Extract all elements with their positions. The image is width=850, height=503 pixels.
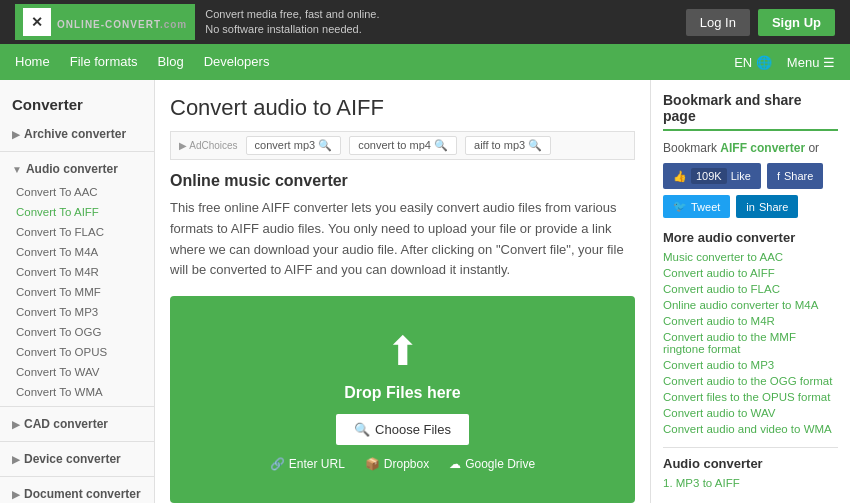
google-drive-link[interactable]: ☁ Google Drive bbox=[449, 457, 535, 471]
audio-conv-mp3-aiff[interactable]: 1. MP3 to AIFF bbox=[663, 477, 838, 489]
bookmark-link[interactable]: AIFF converter bbox=[720, 141, 805, 155]
tweet-button[interactable]: 🐦 Tweet bbox=[663, 195, 730, 218]
more-link-ogg[interactable]: Convert audio to the OGG format bbox=[663, 375, 838, 387]
right-sidebar: Bookmark and share page Bookmark AIFF co… bbox=[650, 80, 850, 503]
more-link-m4r[interactable]: Convert audio to M4R bbox=[663, 315, 838, 327]
sidebar-audio-mmf[interactable]: Convert To MMF bbox=[0, 282, 154, 302]
logo-box: ✕ ONLINE-CONVERT.com bbox=[15, 4, 195, 40]
arrow-icon: ▶ bbox=[12, 489, 20, 500]
section-title: Online music converter bbox=[170, 172, 635, 190]
arrow-icon: ▼ bbox=[12, 164, 22, 175]
nav-developers[interactable]: Developers bbox=[204, 44, 270, 80]
fb-icon: f bbox=[777, 170, 780, 182]
nav-home[interactable]: Home bbox=[15, 44, 50, 80]
sidebar-audio-aiff[interactable]: Convert To AIFF bbox=[0, 202, 154, 222]
login-button[interactable]: Log In bbox=[686, 9, 750, 36]
logo-text: ONLINE-CONVERT.com bbox=[57, 12, 187, 33]
bookmark-text: Bookmark AIFF converter or bbox=[663, 141, 838, 155]
divider bbox=[0, 476, 154, 477]
upload-links: 🔗 Enter URL 📦 Dropbox ☁ Google Drive bbox=[192, 457, 613, 471]
social-buttons-row1: 👍 109K Like f Share bbox=[663, 163, 838, 189]
nav-right: EN 🌐 Menu ☰ bbox=[734, 55, 835, 70]
drive-icon: ☁ bbox=[449, 457, 461, 471]
sidebar-audio-ogg[interactable]: Convert To OGG bbox=[0, 322, 154, 342]
divider bbox=[0, 406, 154, 407]
ad-chip-mp4[interactable]: convert to mp4 🔍 bbox=[349, 136, 457, 155]
linkedin-icon: in bbox=[746, 201, 755, 213]
sidebar-audio-wma[interactable]: Convert To WMA bbox=[0, 382, 154, 402]
sidebar-item-audio[interactable]: ▼ Audio converter bbox=[0, 156, 154, 182]
thumb-icon: 👍 bbox=[673, 170, 687, 183]
twitter-icon: 🐦 bbox=[673, 200, 687, 213]
main-content: Convert audio to AIFF ▶ AdChoices conver… bbox=[155, 80, 650, 503]
more-link-m4a[interactable]: Online audio converter to M4A bbox=[663, 299, 838, 311]
like-button[interactable]: 👍 109K Like bbox=[663, 163, 761, 189]
more-link-aiff[interactable]: Convert audio to AIFF bbox=[663, 267, 838, 279]
upload-icon: ⬆ bbox=[192, 328, 613, 374]
logo-tagline: Convert media free, fast and online. No … bbox=[205, 7, 379, 38]
page-layout: Converter ▶ Archive converter ▼ Audio co… bbox=[0, 80, 850, 503]
more-link-wma[interactable]: Convert audio and video to WMA bbox=[663, 423, 838, 435]
nav-blog[interactable]: Blog bbox=[158, 44, 184, 80]
search-icon: 🔍 bbox=[354, 422, 370, 437]
sidebar-audio-opus[interactable]: Convert To OPUS bbox=[0, 342, 154, 362]
ad-tag: ▶ AdChoices bbox=[179, 140, 238, 151]
divider bbox=[0, 151, 154, 152]
sidebar: Converter ▶ Archive converter ▼ Audio co… bbox=[0, 80, 155, 503]
logo-com: .com bbox=[160, 19, 187, 30]
more-link-wav[interactable]: Convert audio to WAV bbox=[663, 407, 838, 419]
dropbox-icon: 📦 bbox=[365, 457, 380, 471]
choose-files-button[interactable]: 🔍 Choose Files bbox=[336, 414, 469, 445]
sidebar-item-device[interactable]: ▶ Device converter bbox=[0, 446, 154, 472]
nav-menu[interactable]: Menu ☰ bbox=[787, 55, 835, 70]
sidebar-audio-flac[interactable]: Convert To FLAC bbox=[0, 222, 154, 242]
more-link-flac[interactable]: Convert audio to FLAC bbox=[663, 283, 838, 295]
sidebar-audio-aac[interactable]: Convert To AAC bbox=[0, 182, 154, 202]
nav-file-formats[interactable]: File formats bbox=[70, 44, 138, 80]
more-link-opus[interactable]: Convert files to the OPUS format bbox=[663, 391, 838, 403]
sidebar-title: Converter bbox=[0, 88, 154, 121]
logo-icon: ✕ bbox=[23, 8, 51, 36]
arrow-icon: ▶ bbox=[12, 454, 20, 465]
more-link-mmf[interactable]: Convert audio to the MMF ringtone format bbox=[663, 331, 838, 355]
enter-url-link[interactable]: 🔗 Enter URL bbox=[270, 457, 345, 471]
section-desc: This free online AIFF converter lets you… bbox=[170, 198, 635, 281]
header-buttons: Log In Sign Up bbox=[686, 9, 835, 36]
nav-bar: Home File formats Blog Developers EN 🌐 M… bbox=[0, 44, 850, 80]
sidebar-item-document[interactable]: ▶ Document converter bbox=[0, 481, 154, 503]
fb-share-button[interactable]: f Share bbox=[767, 163, 823, 189]
arrow-icon: ▶ bbox=[12, 129, 20, 140]
nav-left: Home File formats Blog Developers bbox=[15, 44, 269, 80]
more-link-aac[interactable]: Music converter to AAC bbox=[663, 251, 838, 263]
sidebar-item-cad[interactable]: ▶ CAD converter bbox=[0, 411, 154, 437]
dropbox-link[interactable]: 📦 Dropbox bbox=[365, 457, 429, 471]
sidebar-audio-mp3[interactable]: Convert To MP3 bbox=[0, 302, 154, 322]
sidebar-audio-m4r[interactable]: Convert To M4R bbox=[0, 262, 154, 282]
page-title: Convert audio to AIFF bbox=[170, 95, 635, 121]
arrow-icon: ▶ bbox=[12, 419, 20, 430]
like-count: 109K bbox=[691, 168, 727, 184]
sidebar-audio-wav[interactable]: Convert To WAV bbox=[0, 362, 154, 382]
signup-button[interactable]: Sign Up bbox=[758, 9, 835, 36]
header: ✕ ONLINE-CONVERT.com Convert media free,… bbox=[0, 0, 850, 44]
ad-bar: ▶ AdChoices convert mp3 🔍 convert to mp4… bbox=[170, 131, 635, 160]
audio-conv-title: Audio converter bbox=[663, 447, 838, 471]
bookmark-title: Bookmark and share page bbox=[663, 92, 838, 131]
more-audio-title: More audio converter bbox=[663, 230, 838, 245]
sidebar-item-archive[interactable]: ▶ Archive converter bbox=[0, 121, 154, 147]
like-label: Like bbox=[731, 170, 751, 182]
logo-area: ✕ ONLINE-CONVERT.com Convert media free,… bbox=[15, 4, 380, 40]
upload-text: Drop Files here bbox=[192, 384, 613, 402]
nav-lang[interactable]: EN 🌐 bbox=[734, 55, 772, 70]
ad-chip-aiff[interactable]: aiff to mp3 🔍 bbox=[465, 136, 551, 155]
social-buttons-row2: 🐦 Tweet in Share bbox=[663, 195, 838, 218]
ad-chip-mp3[interactable]: convert mp3 🔍 bbox=[246, 136, 342, 155]
divider bbox=[0, 441, 154, 442]
linkedin-share-button[interactable]: in Share bbox=[736, 195, 798, 218]
more-link-mp3[interactable]: Convert audio to MP3 bbox=[663, 359, 838, 371]
upload-area[interactable]: ⬆ Drop Files here 🔍 Choose Files 🔗 Enter… bbox=[170, 296, 635, 503]
sidebar-audio-m4a[interactable]: Convert To M4A bbox=[0, 242, 154, 262]
link-icon: 🔗 bbox=[270, 457, 285, 471]
